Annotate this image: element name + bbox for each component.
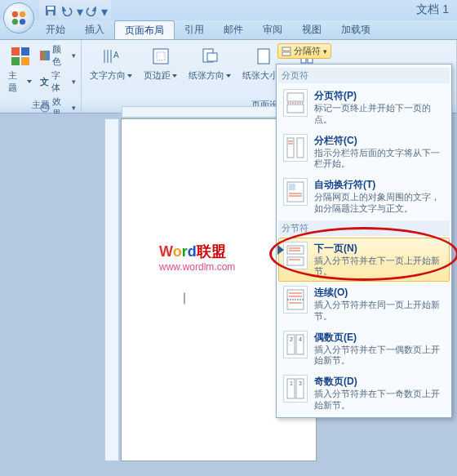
svg-text:1: 1 bbox=[290, 380, 293, 386]
size-icon bbox=[252, 45, 275, 68]
svg-point-0 bbox=[12, 11, 18, 17]
svg-text:2: 2 bbox=[290, 336, 293, 342]
svg-rect-32 bbox=[297, 138, 304, 158]
break-option-even-page[interactable]: 24偶数页(E)插入分节符并在下一偶数页上开始新节。 bbox=[278, 327, 450, 371]
option-desc: 插入分节符并在下一奇数页上开始新节。 bbox=[314, 389, 445, 411]
svg-rect-5 bbox=[47, 7, 54, 10]
group-themes-label: 主题 bbox=[0, 99, 81, 111]
tab-mailings[interactable]: 邮件 bbox=[214, 20, 253, 39]
tab-home[interactable]: 开始 bbox=[36, 20, 75, 39]
option-desc: 指示分栏符后面的文字将从下一栏开始。 bbox=[314, 148, 445, 171]
option-title: 分页符(P) bbox=[314, 89, 445, 103]
svg-point-1 bbox=[20, 11, 25, 17]
redo-icon[interactable] bbox=[85, 4, 98, 17]
margins-icon bbox=[149, 45, 172, 68]
breaks-button[interactable]: 分隔符 ▾ bbox=[277, 43, 331, 59]
option-title: 分栏符(C) bbox=[314, 134, 445, 148]
option-desc: 分隔网页上的对象周围的文字，如分隔题注文字与正文。 bbox=[314, 192, 445, 215]
svg-rect-8 bbox=[21, 47, 29, 56]
break-option-wrap-break[interactable]: 自动换行符(T)分隔网页上的对象周围的文字，如分隔题注文字与正文。 bbox=[278, 174, 450, 219]
hover-indicator-arrow bbox=[277, 245, 284, 255]
tab-review[interactable]: 审阅 bbox=[253, 20, 292, 39]
svg-rect-28 bbox=[287, 93, 304, 101]
page-break-icon bbox=[283, 89, 308, 117]
svg-rect-22 bbox=[207, 53, 217, 61]
office-button[interactable] bbox=[3, 2, 34, 33]
svg-text:4: 4 bbox=[299, 336, 302, 342]
svg-rect-13 bbox=[47, 51, 50, 60]
tab-references[interactable]: 引用 bbox=[175, 20, 214, 39]
dropdown-section-page-breaks: 分页符 bbox=[278, 68, 450, 83]
svg-text:A: A bbox=[113, 51, 119, 60]
text-cursor: ｜ bbox=[179, 291, 190, 305]
qat-customize-icon[interactable]: ▾ bbox=[101, 4, 106, 17]
app-title: 文档 1 bbox=[416, 2, 449, 17]
option-desc: 标记一页终止并开始下一页的点。 bbox=[314, 103, 445, 126]
breaks-label: 分隔符 bbox=[294, 45, 321, 57]
svg-text:3: 3 bbox=[299, 380, 302, 386]
svg-rect-7 bbox=[11, 47, 20, 56]
vertical-ruler bbox=[104, 118, 119, 461]
option-desc: 插入分节符并在下一页上开始新节。 bbox=[314, 256, 445, 278]
break-option-column-break[interactable]: 分栏符(C)指示分栏符后面的文字将从下一栏开始。 bbox=[278, 130, 450, 175]
themes-label: 主题 bbox=[8, 69, 25, 94]
svg-rect-39 bbox=[287, 246, 304, 254]
svg-point-3 bbox=[20, 19, 25, 24]
option-title: 自动换行符(T) bbox=[314, 178, 445, 192]
break-option-odd-page[interactable]: 13奇数页(D)插入分节符并在下一奇数页上开始新节。 bbox=[278, 371, 450, 416]
undo-icon[interactable] bbox=[60, 4, 73, 17]
svg-rect-11 bbox=[40, 51, 43, 60]
group-themes: 主题 颜色▾ 文字体▾ 效果▾ 主题 bbox=[0, 40, 82, 113]
svg-rect-36 bbox=[289, 184, 295, 190]
qat-dropdown-icon[interactable]: ▾ bbox=[77, 4, 82, 17]
svg-rect-27 bbox=[282, 52, 291, 56]
orientation-icon bbox=[198, 45, 221, 68]
option-title: 奇数页(D) bbox=[314, 375, 445, 389]
svg-rect-9 bbox=[11, 57, 20, 65]
odd-page-icon: 13 bbox=[283, 375, 308, 403]
watermark-logo: Word联盟 bbox=[159, 242, 226, 261]
next-page-icon bbox=[283, 242, 308, 269]
svg-rect-29 bbox=[287, 105, 304, 113]
option-title: 连续(O) bbox=[314, 286, 445, 300]
save-icon[interactable] bbox=[44, 4, 57, 17]
continuous-icon bbox=[283, 286, 308, 314]
theme-colors[interactable]: 颜色▾ bbox=[40, 43, 76, 68]
break-option-continuous[interactable]: 连续(O)插入分节符并在同一页上开始新节。 bbox=[278, 282, 450, 327]
breaks-dropdown: 分页符 分页符(P)标记一页终止并开始下一页的点。分栏符(C)指示分栏符后面的文… bbox=[276, 64, 452, 418]
theme-fonts[interactable]: 文字体▾ bbox=[40, 69, 76, 94]
svg-rect-10 bbox=[21, 57, 29, 65]
svg-rect-12 bbox=[43, 51, 47, 60]
watermark-url: www.wordlm.com bbox=[159, 261, 235, 273]
tab-view[interactable]: 视图 bbox=[292, 20, 331, 39]
dropdown-section-section-breaks: 分节符 bbox=[278, 220, 450, 236]
option-desc: 插入分节符并在同一页上开始新节。 bbox=[314, 300, 445, 323]
svg-rect-23 bbox=[258, 49, 269, 64]
chevron-down-icon bbox=[172, 74, 177, 78]
svg-rect-6 bbox=[48, 11, 53, 16]
chevron-down-icon bbox=[226, 74, 231, 78]
text-direction-icon: A bbox=[100, 45, 122, 68]
option-title: 偶数页(E) bbox=[314, 331, 445, 345]
tab-insert[interactable]: 插入 bbox=[75, 20, 114, 39]
svg-rect-40 bbox=[287, 257, 304, 265]
quick-access-toolbar: ▾ ▾ bbox=[39, 0, 111, 20]
title-bar: ▾ ▾ 文档 1 bbox=[0, 0, 457, 20]
column-break-icon bbox=[283, 134, 308, 162]
chevron-down-icon bbox=[127, 74, 132, 78]
break-option-page-break[interactable]: 分页符(P)标记一页终止并开始下一页的点。 bbox=[278, 85, 450, 130]
chevron-down-icon bbox=[27, 80, 32, 83]
wrap-break-icon bbox=[283, 178, 308, 206]
option-title: 下一页(N) bbox=[314, 242, 445, 256]
option-desc: 插入分节符并在下一偶数页上开始新节。 bbox=[314, 345, 445, 367]
svg-rect-26 bbox=[282, 47, 291, 51]
tab-addins[interactable]: 加载项 bbox=[331, 20, 380, 39]
break-option-next-page[interactable]: 下一页(N)插入分节符并在下一页上开始新节。 bbox=[278, 238, 450, 282]
svg-point-2 bbox=[12, 19, 18, 24]
svg-rect-19 bbox=[153, 49, 168, 64]
even-page-icon: 24 bbox=[283, 331, 308, 358]
tab-page-layout[interactable]: 页面布局 bbox=[114, 20, 175, 39]
ribbon-tabs: 开始 插入 页面布局 引用 邮件 审阅 视图 加载项 bbox=[0, 20, 457, 40]
